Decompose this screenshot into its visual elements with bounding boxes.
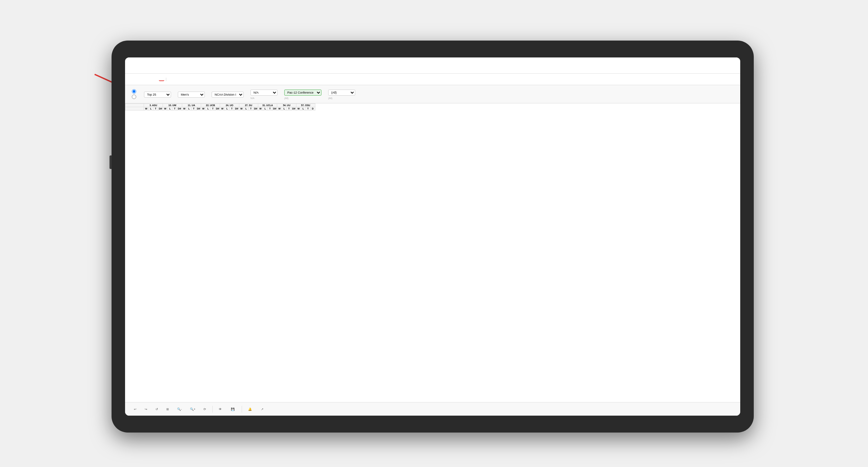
division-select[interactable]: NCAA Division I bbox=[212, 92, 244, 98]
team-filter: (All) (All) bbox=[328, 89, 355, 99]
ua-t: T bbox=[191, 107, 196, 110]
nav-teams[interactable] bbox=[163, 64, 167, 67]
osu-d: D bbox=[310, 107, 315, 110]
col-asu: 3. ASU bbox=[144, 104, 163, 107]
su-w: W bbox=[239, 107, 244, 110]
sub-nav-h2h-heatmap[interactable] bbox=[152, 78, 158, 81]
ucb-l: L bbox=[206, 107, 211, 110]
gender-filter: Men's bbox=[178, 91, 205, 98]
asu-l: L bbox=[149, 107, 153, 110]
uo-dif: Dif bbox=[234, 107, 239, 110]
col-uu: 54. UU bbox=[277, 104, 296, 107]
col-osu: 57. OSU bbox=[296, 104, 315, 107]
sub-nav-teams[interactable] bbox=[132, 78, 137, 81]
tablet-screen: | bbox=[125, 57, 740, 416]
sub-nav-detail[interactable] bbox=[182, 78, 187, 81]
nav-tournaments[interactable] bbox=[149, 64, 153, 67]
ua-l: L bbox=[187, 107, 191, 110]
max-teams-filter: Top 25 bbox=[144, 91, 171, 98]
tablet-frame: | bbox=[112, 41, 754, 433]
division-filter: NCAA Division I bbox=[212, 91, 244, 98]
matrix-table: 3. ASU 10. UW 11. UA 22. UCB 24. UO 27. … bbox=[125, 103, 315, 110]
col-su: 27. SU bbox=[239, 104, 258, 107]
osu-l: L bbox=[301, 107, 306, 110]
uu-dif: Dif bbox=[291, 107, 296, 110]
watch-icon: 🔔 bbox=[248, 408, 252, 411]
uw-dif: Dif bbox=[177, 107, 182, 110]
sub-nav-summary2[interactable] bbox=[175, 78, 180, 81]
compact-view-radio[interactable] bbox=[132, 95, 137, 99]
reset-btn[interactable]: ↺ bbox=[153, 407, 160, 412]
ucb-dif: Dif bbox=[215, 107, 220, 110]
undo-btn[interactable]: ↩ bbox=[132, 407, 139, 412]
uo-l: L bbox=[225, 107, 230, 110]
osu-w: W bbox=[296, 107, 301, 110]
col-uw: 10. UW bbox=[163, 104, 182, 107]
sub-nav-matrix[interactable] bbox=[159, 78, 164, 81]
uu-t: T bbox=[287, 107, 291, 110]
top-nav bbox=[125, 57, 740, 74]
uw-w: W bbox=[163, 107, 168, 110]
zoom-out-btn[interactable]: 🔍- bbox=[175, 407, 184, 412]
col-ucb: 22. UCB bbox=[201, 104, 220, 107]
sub-nav: | bbox=[125, 74, 740, 85]
full-view-radio[interactable] bbox=[132, 89, 137, 94]
save-icon: 💾 bbox=[231, 408, 235, 411]
divider1 bbox=[212, 406, 213, 413]
ucb-w: W bbox=[201, 107, 206, 110]
asu-t: T bbox=[153, 107, 158, 110]
team-select[interactable]: (All) bbox=[328, 90, 355, 96]
view-original-btn[interactable]: 👁 bbox=[217, 407, 225, 412]
refresh-btn[interactable]: ⟳ bbox=[201, 407, 208, 412]
uw-t: T bbox=[172, 107, 177, 110]
filter-bar: Top 25 Men's NCAA Division I bbox=[125, 85, 740, 103]
divider2 bbox=[242, 406, 242, 413]
ua-dif: Dif bbox=[196, 107, 201, 110]
max-teams-select[interactable]: Top 25 bbox=[144, 92, 171, 98]
su-t: T bbox=[248, 107, 253, 110]
uu-l: L bbox=[282, 107, 287, 110]
col-uo: 24. UO bbox=[220, 104, 239, 107]
nav-rankings[interactable] bbox=[191, 64, 195, 67]
sub-nav-players[interactable] bbox=[168, 78, 173, 81]
col-ucla: 31. UCLA bbox=[258, 104, 277, 107]
view-radio-group bbox=[132, 89, 137, 99]
asu-dif: Dif bbox=[158, 107, 163, 110]
share-btn[interactable]: ↗ bbox=[259, 407, 267, 412]
view-icon: 👁 bbox=[219, 408, 222, 411]
ucla-dif: Dif bbox=[272, 107, 277, 110]
nav-committee[interactable] bbox=[177, 64, 181, 67]
share-icon: ↗ bbox=[261, 408, 264, 411]
col-ua: 11. UA bbox=[182, 104, 201, 107]
corner-header bbox=[125, 104, 144, 107]
sub-nav-h2h-heatmap2[interactable] bbox=[195, 78, 200, 81]
sub-nav-summary[interactable] bbox=[139, 78, 144, 81]
ua-w: W bbox=[182, 107, 187, 110]
toolbar-bottom: ↩ ↪ ↺ ⊞ 🔍- 🔍+ ⟳ 👁 💾 🔔 bbox=[125, 402, 740, 416]
uo-t: T bbox=[230, 107, 234, 110]
ucla-w: W bbox=[258, 107, 263, 110]
watch-btn[interactable]: 🔔 bbox=[246, 407, 255, 412]
gender-select[interactable]: Men's bbox=[178, 92, 205, 98]
matrix-area[interactable]: 3. ASU 10. UW 11. UA 22. UCB 24. UO 27. … bbox=[125, 103, 740, 402]
redo-btn[interactable]: ↪ bbox=[143, 407, 149, 412]
conference-filter: Pac-12 Conference (All) bbox=[284, 89, 321, 99]
uu-w: W bbox=[277, 107, 282, 110]
conference-select[interactable]: Pac-12 Conference bbox=[284, 90, 321, 96]
sub-nav-h2h-grid[interactable] bbox=[145, 78, 151, 81]
subheader-label bbox=[125, 107, 144, 110]
sub-nav-matrix2[interactable] bbox=[202, 78, 207, 81]
region-select[interactable]: N/A bbox=[250, 90, 278, 96]
osu-t: T bbox=[306, 107, 310, 110]
ucla-t: T bbox=[268, 107, 272, 110]
su-dif: Dif bbox=[253, 107, 258, 110]
uw-l: L bbox=[168, 107, 172, 110]
ucla-l: L bbox=[263, 107, 268, 110]
fit-btn[interactable]: ⊞ bbox=[164, 407, 171, 412]
asu-w: W bbox=[144, 107, 149, 110]
su-l: L bbox=[244, 107, 248, 110]
zoom-in-btn[interactable]: 🔍+ bbox=[188, 407, 197, 412]
sub-nav-h2h-grid2[interactable] bbox=[188, 78, 194, 81]
ucb-t: T bbox=[211, 107, 215, 110]
save-custom-btn[interactable]: 💾 bbox=[229, 407, 238, 412]
